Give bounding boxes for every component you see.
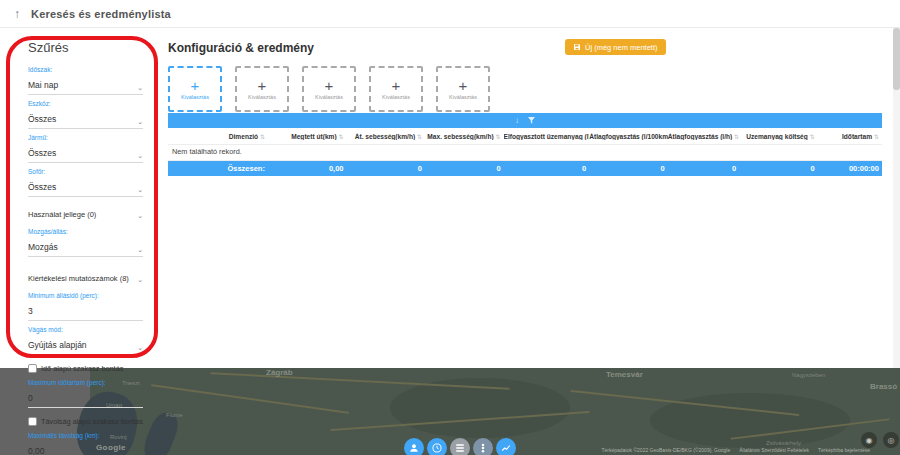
time-split-label: Idő alapú szakasz bontás <box>41 364 123 373</box>
sort-icon: ⇅ <box>260 134 265 140</box>
download-icon[interactable]: ↓ <box>515 116 519 125</box>
column-header[interactable]: Üzemanyag költség ⇅ <box>739 133 818 140</box>
movement-select[interactable]: Mozgás/állás: Mozgás ⌄ <box>28 228 143 257</box>
time-split-row: Idő alapú szakasz bontás <box>28 364 143 373</box>
distance-split-row: Távolság alapú szakasz bontás <box>28 417 143 426</box>
min-idle-input[interactable] <box>28 306 128 316</box>
chart-icon <box>501 443 511 453</box>
map-city-label: Zsilvásárhely <box>766 440 801 446</box>
empty-result-row: Nem található rekord. <box>168 145 882 161</box>
distance-split-checkbox[interactable] <box>28 417 37 426</box>
column-header[interactable]: Átlagfogyasztás (l/h) ⇅ <box>668 133 739 140</box>
column-header[interactable]: Max. sebesség(km/h) ⇅ <box>425 133 504 140</box>
chevron-down-icon: ⌄ <box>137 186 143 193</box>
route-view-button[interactable] <box>473 438 493 455</box>
movement-label: Mozgás/állás: <box>28 228 143 235</box>
map-city-label: Fiume <box>166 412 183 418</box>
dimension-slot-3[interactable]: + Kiválasztás <box>302 66 356 112</box>
cut-mode-select[interactable]: Vágás mód: Gyújtás alapján ⌄ <box>28 326 143 355</box>
new-config-button[interactable]: Új (még nem mentett) <box>565 39 666 55</box>
chart-view-button[interactable] <box>496 438 516 455</box>
driver-select[interactable]: Sofőr: Összes ⌄ <box>28 168 143 197</box>
app-window: ↑ Keresés és eredménylista Szűrés Idősza… <box>0 0 900 455</box>
new-config-button-label: Új (még nem mentett) <box>585 43 658 52</box>
column-header[interactable]: Elfogyasztott üzemanyag (l) ⇅ <box>504 133 590 140</box>
plus-icon: + <box>258 79 267 92</box>
min-idle-field: Minimum állásidő (perc): <box>28 292 143 321</box>
time-view-button[interactable] <box>427 438 447 455</box>
time-split-checkbox[interactable] <box>28 364 37 373</box>
search-panel: Szűrés Időszak: Mai nap ⌄ Eszköz: Összes… <box>0 28 900 368</box>
map-city-label: Nagyszeben <box>792 372 825 378</box>
column-header[interactable]: Időtartam ⇅ <box>818 133 882 140</box>
vehicle-select[interactable]: Jármű: Összes ⌄ <box>28 134 143 163</box>
sort-icon: ⇅ <box>338 134 343 140</box>
slot-label: Kiválasztás <box>181 94 209 100</box>
map-layers-button[interactable]: ◎ <box>883 432 899 448</box>
dimension-slot-2[interactable]: + Kiválasztás <box>235 66 289 112</box>
filter-title: Szűrés <box>28 40 143 55</box>
scrollbar-thumb[interactable] <box>893 28 900 90</box>
column-header[interactable]: Dimenzió ⇅ <box>168 133 268 140</box>
total-cell: 0 <box>739 164 818 173</box>
metrics-section-label: Kiértékelési mutatószámok (8) <box>28 274 129 283</box>
max-time-label: Maximum időtartam (perc): <box>28 379 143 386</box>
map-city-label: Temesvár <box>606 370 643 379</box>
dimension-slot-5[interactable]: + Kiválasztás <box>436 66 490 112</box>
sort-icon: ⇅ <box>810 134 815 140</box>
report-error-link[interactable]: Térképhiba bejelentése <box>818 447 870 453</box>
distance-split-label: Távolság alapú szakasz bontás <box>41 417 143 426</box>
usage-type-section[interactable]: Használat jellege (0) ⌄ <box>28 210 143 222</box>
movement-value: Mozgás <box>28 242 58 252</box>
sort-icon: ⇅ <box>417 134 422 140</box>
total-cell: 0 <box>668 164 739 173</box>
period-value: Mai nap <box>28 80 58 90</box>
dimension-slots: + Kiválasztás + Kiválasztás + Kiválasztá… <box>168 66 490 112</box>
cut-mode-label: Vágás mód: <box>28 326 143 333</box>
page-title: Keresés és eredménylista <box>31 8 171 20</box>
dimension-slot-1[interactable]: + Kiválasztás <box>168 66 222 112</box>
max-distance-input[interactable] <box>28 446 128 455</box>
vehicle-value: Összes <box>28 148 56 158</box>
chevron-down-icon: ⌄ <box>137 344 143 351</box>
column-header[interactable]: Át. sebesség(km/h) ⇅ <box>346 133 425 140</box>
usage-type-section-label: Használat jellege (0) <box>28 210 96 219</box>
top-bar: ↑ Keresés és eredménylista <box>0 0 900 28</box>
max-time-input[interactable] <box>28 393 128 403</box>
list-view-button[interactable] <box>450 438 470 455</box>
total-cell: 0 <box>589 164 668 173</box>
slot-label: Kiválasztás <box>382 94 410 100</box>
driver-label: Sofőr: <box>28 168 143 175</box>
map-road <box>151 384 349 413</box>
device-select[interactable]: Eszköz: Összes ⌄ <box>28 100 143 129</box>
save-icon <box>573 43 581 51</box>
column-header[interactable]: Megtett út(km) ⇅ <box>268 133 347 140</box>
period-select[interactable]: Időszak: Mai nap ⌄ <box>28 66 143 95</box>
person-icon <box>409 443 419 453</box>
driver-view-button[interactable] <box>404 438 424 455</box>
chevron-down-icon: ⌄ <box>137 212 143 219</box>
map-control-button[interactable]: ◉ <box>861 432 877 448</box>
dimension-slot-4[interactable]: + Kiválasztás <box>369 66 423 112</box>
vertical-scrollbar <box>893 28 900 368</box>
max-distance-field: Maximális távolság (km): <box>28 432 143 455</box>
column-header[interactable]: Átlagfogyasztás (l/100km) ⇅ <box>589 133 668 140</box>
clock-icon <box>432 443 442 453</box>
chevron-down-icon: ⌄ <box>137 276 143 283</box>
attribution-text: Térképadatok ©2022 GeoBasis-DE/BKG (©200… <box>601 447 730 453</box>
map-city-label: Brassó <box>870 382 897 391</box>
results-table: ↓ Dimenzió ⇅ Megtett út(km) ⇅ Át. sebess… <box>168 113 882 176</box>
filter-funnel-icon[interactable] <box>528 117 535 124</box>
metrics-section[interactable]: Kiértékelési mutatószámok (8) ⌄ <box>28 274 143 286</box>
table-toolbar: ↓ <box>168 113 882 128</box>
sort-icon: ⇅ <box>874 134 879 140</box>
collapse-up-icon[interactable]: ↑ <box>14 7 20 21</box>
terms-link[interactable]: Általános Szerződési Feltételek <box>739 447 809 453</box>
min-idle-label: Minimum állásidő (perc): <box>28 292 143 299</box>
total-cell: 0 <box>346 164 425 173</box>
driver-value: Összes <box>28 182 56 192</box>
table-header-row: Dimenzió ⇅ Megtett út(km) ⇅ Át. sebesség… <box>168 128 882 145</box>
bottom-toolbar <box>404 438 516 455</box>
period-label: Időszak: <box>28 66 143 73</box>
slot-label: Kiválasztás <box>248 94 276 100</box>
